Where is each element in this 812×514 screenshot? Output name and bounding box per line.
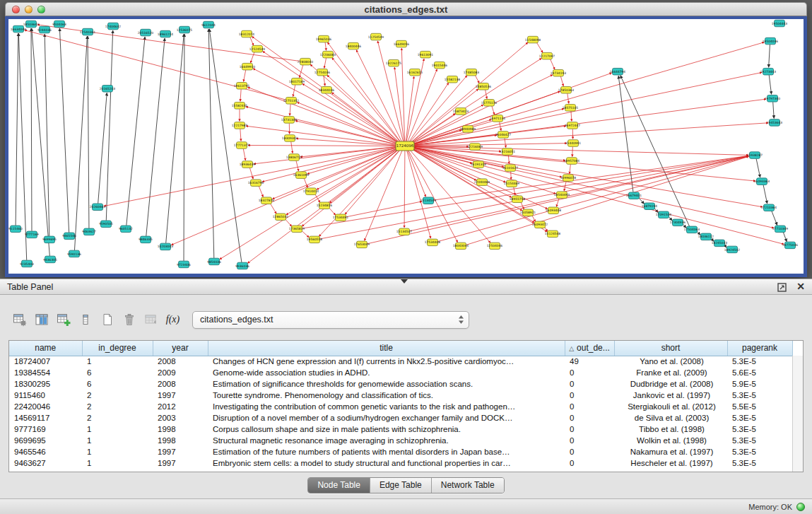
table-cell[interactable]: 6 [82, 378, 153, 390]
graph-node[interactable]: 17534491 [333, 214, 349, 221]
graph-node[interactable]: 19965036 [316, 35, 332, 42]
table-cell[interactable]: 1 [82, 356, 153, 367]
table-cell[interactable]: Franke et al. (2009) [614, 367, 727, 378]
splitter-collapse-arrow[interactable] [401, 279, 408, 284]
table-cell[interactable]: Embryonic stem cells: a model to study s… [208, 457, 565, 469]
graph-edge[interactable] [408, 83, 449, 143]
table-cell[interactable]: 0 [565, 412, 614, 424]
graph-node[interactable]: 9846335 [139, 236, 153, 243]
close-window-button[interactable] [12, 6, 20, 13]
create-column-button[interactable] [52, 310, 74, 329]
table-cell[interactable]: 0 [565, 424, 614, 435]
graph-node[interactable]: 12751352 [283, 98, 300, 105]
import-table-button[interactable] [140, 310, 162, 329]
graph-edge[interactable] [304, 178, 307, 188]
graph-node[interactable]: 12504046 [487, 243, 503, 250]
graph-node[interactable]: 19015446 [432, 62, 448, 69]
graph-node[interactable]: 16649910 [240, 63, 256, 70]
graph-node[interactable]: 15134549 [420, 197, 437, 204]
table-cell[interactable]: Nakamura et al. (1997) [614, 446, 727, 457]
graph-node[interactable]: 15058921 [520, 209, 536, 216]
graph-node[interactable]: 9854036 [207, 258, 221, 265]
graph-node[interactable]: 14850536 [476, 83, 492, 90]
table-cell[interactable]: Changes of HCN gene expression and I(f) … [208, 356, 565, 367]
table-row[interactable]: 1830029562008Estimation of significance … [9, 378, 792, 390]
table-cell[interactable]: 5.5E-5 [727, 401, 792, 412]
graph-edge[interactable] [406, 76, 414, 142]
graph-edge[interactable] [411, 146, 748, 156]
graph-node[interactable]: 16634049 [11, 25, 27, 33]
graph-node[interactable]: 15775176 [481, 100, 498, 107]
graph-edge[interactable] [240, 129, 241, 141]
graph-edge[interactable] [307, 147, 400, 174]
graph-edge[interactable] [500, 122, 501, 131]
graph-node[interactable]: 18924502 [724, 246, 741, 253]
table-row[interactable]: 1938455462009Genome-wide association stu… [9, 367, 792, 378]
graph-edge[interactable] [404, 150, 405, 228]
graph-node[interactable]: 18327876 [259, 197, 275, 204]
table-cell[interactable]: 2008 [153, 378, 208, 390]
graph-node[interactable]: 19504036 [763, 37, 779, 45]
column-header-title[interactable]: title [208, 341, 565, 356]
graph-edge[interactable] [296, 160, 299, 171]
graph-edge[interactable] [377, 41, 404, 143]
minimize-window-button[interactable] [25, 6, 33, 13]
graph-node[interactable]: 19797340 [765, 95, 781, 103]
graph-edge[interactable] [570, 164, 571, 173]
graph-node[interactable]: 15938287 [747, 152, 763, 159]
graph-edge[interactable] [409, 89, 478, 144]
graph-edge[interactable] [296, 139, 399, 146]
table-cell[interactable]: Dudbridge et al. (2008) [614, 378, 727, 390]
graph-node[interactable]: 22040469 [474, 179, 490, 186]
graph-node[interactable]: 15582138 [445, 76, 461, 83]
graph-node[interactable]: 17534408 [425, 239, 441, 246]
table-cell[interactable]: 1998 [153, 435, 208, 446]
graph-edge[interactable] [259, 186, 263, 197]
table-row[interactable]: 946362711997Embryonic stem cells: a mode… [9, 457, 792, 469]
graph-edge[interactable] [783, 232, 787, 242]
graph-node[interactable]: 16361099 [293, 172, 310, 179]
graph-edge[interactable] [184, 34, 184, 261]
table-cell[interactable]: 2 [82, 412, 153, 424]
delete-column-button[interactable] [74, 310, 96, 329]
graph-node[interactable]: 9436305 [43, 256, 57, 263]
table-cell[interactable]: 9463627 [9, 457, 82, 469]
graph-edge[interactable] [324, 58, 326, 69]
graph-edge[interactable] [407, 69, 437, 143]
graph-edge[interactable] [250, 52, 254, 62]
float-panel-icon[interactable] [777, 282, 787, 291]
graph-edge[interactable] [567, 93, 569, 103]
graph-edge[interactable] [88, 36, 89, 228]
tab-edge-table[interactable]: Edge Table [370, 478, 432, 493]
table-cell[interactable]: 18724007 [9, 356, 82, 367]
graph-node[interactable]: 15124548 [545, 230, 561, 238]
graph-edge[interactable] [166, 34, 184, 243]
graph-node[interactable]: 16093408 [546, 207, 562, 214]
table-cell[interactable]: 0 [565, 401, 614, 412]
graph-edge[interactable] [290, 104, 290, 115]
function-builder-button[interactable]: f(x) [162, 310, 184, 329]
graph-node[interactable]: 18043044 [453, 243, 469, 250]
column-header-out-de-[interactable]: △out_de... [565, 341, 614, 356]
graph-edge[interactable] [411, 144, 567, 146]
graph-node[interactable]: 19613091 [418, 51, 434, 58]
graph-edge[interactable] [293, 85, 295, 96]
table-cell[interactable]: 1997 [153, 390, 208, 401]
new-table-button[interactable] [96, 310, 118, 329]
graph-edge[interactable] [250, 37, 254, 45]
table-cell[interactable]: 0 [565, 457, 614, 469]
table-cell[interactable]: Jankovic et al. (1997) [614, 390, 727, 401]
graph-node[interactable]: 18400446 [346, 42, 362, 49]
graph-edge[interactable] [285, 219, 291, 226]
graph-node[interactable]: 9777169 [25, 231, 39, 238]
table-cell[interactable]: 5.6E-5 [727, 367, 792, 378]
graph-edge[interactable] [98, 93, 107, 203]
graph-edge[interactable] [346, 201, 422, 217]
graph-node[interactable]: 16316796 [248, 180, 264, 187]
graph-node[interactable]: 18312074 [239, 30, 255, 37]
zoom-window-button[interactable] [37, 6, 45, 13]
graph-edge[interactable] [536, 42, 543, 53]
graph-edge[interactable] [243, 148, 245, 160]
table-cell[interactable]: 5.3E-5 [727, 390, 792, 401]
table-select-dropdown[interactable]: citations_edges.txt [192, 311, 469, 329]
